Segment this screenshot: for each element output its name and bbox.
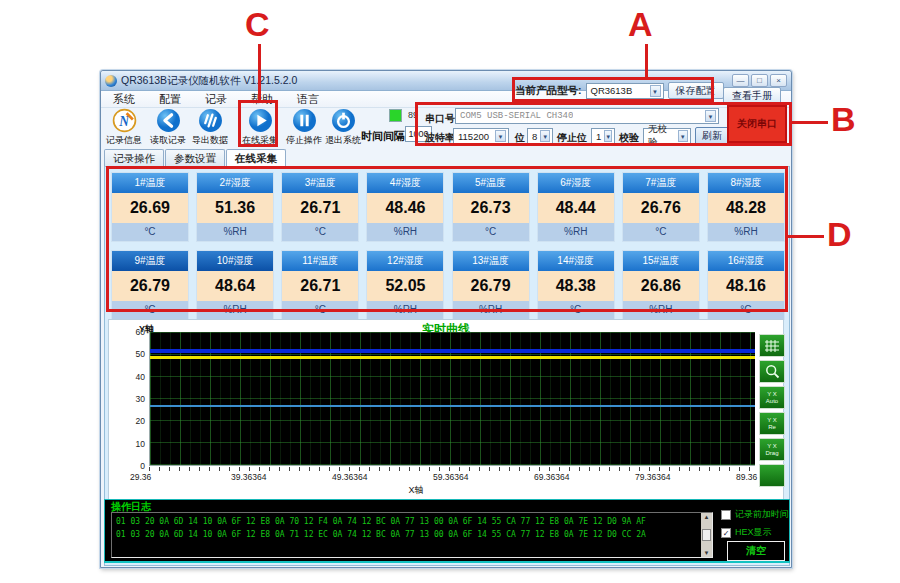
tab-record-ops[interactable]: 记录操作: [104, 149, 164, 166]
window-controls: — □ ×: [732, 74, 787, 87]
chart-toolbar: Y X Auto Y X Re Y X Drag: [759, 334, 785, 490]
app-logo-icon: [105, 75, 117, 87]
timestamp-checkbox[interactable]: [721, 510, 731, 520]
tab-bar: 记录操作 参数设置 在线采集: [104, 149, 287, 166]
minimize-button[interactable]: —: [732, 74, 749, 87]
axis-restore-button[interactable]: Y X Re: [759, 412, 785, 435]
menu-config[interactable]: 配置: [147, 92, 193, 107]
operation-log: 操作日志 01 03 20 0A 6D 14 10 0A 6F 12 E8 0A…: [104, 499, 790, 563]
annotation-line-d: [788, 235, 824, 238]
power-icon: [331, 108, 356, 133]
annotation-line-b: [792, 121, 828, 124]
annotation-line-a: [645, 44, 648, 78]
timestamp-option[interactable]: 记录前加时间: [721, 508, 789, 521]
x-axis-label: X轴: [109, 484, 723, 497]
maximize-button[interactable]: □: [751, 74, 768, 87]
scroll-down-icon[interactable]: ▼: [704, 549, 710, 557]
tab-online-capture[interactable]: 在线采集: [226, 149, 286, 166]
menu-system[interactable]: 系统: [101, 92, 147, 107]
window-title: QR3613B记录仪随机软件 V1.21.5.2.0: [121, 74, 297, 88]
stop-operation-button[interactable]: 停止操作: [283, 108, 325, 149]
magnifier-icon: [765, 364, 780, 379]
hex-display-checkbox[interactable]: ✓: [721, 528, 731, 538]
annotation-letter-a: A: [628, 5, 653, 44]
clear-log-button[interactable]: 清空: [727, 541, 785, 561]
screenshot-canvas: QR3613B记录仪随机软件 V1.21.5.2.0 — □ × 系统 配置 记…: [0, 0, 900, 583]
axis-auto-button[interactable]: Y X Auto: [759, 386, 785, 409]
status-indicator: [389, 109, 402, 122]
blank-tool-button[interactable]: [759, 464, 785, 487]
x-tick-label: 59.36364: [433, 472, 468, 482]
x-tick-label: 29.36: [130, 472, 151, 482]
x-axis-ticks: [149, 467, 755, 471]
temperature-line-cyan: [150, 405, 755, 407]
hex-display-checkbox-label: HEX显示: [735, 526, 772, 539]
tab-parameters[interactable]: 参数设置: [165, 149, 225, 166]
x-tick-label: 69.36364: [534, 472, 569, 482]
menu-record[interactable]: 记录: [193, 92, 239, 107]
timestamp-checkbox-label: 记录前加时间: [735, 508, 789, 521]
y-tick-label: 50: [121, 349, 145, 359]
log-line: 01 03 20 0A 6D 14 10 0A 6F 12 E8 0A 70 1…: [116, 515, 698, 528]
humidity-line-navy: [150, 349, 755, 353]
x-tick-label: 39.36364: [231, 472, 266, 482]
y-tick-label: 20: [121, 416, 145, 426]
x-tick-label: 89.36: [736, 472, 757, 482]
grid-icon: [764, 339, 780, 353]
chart-panel: 实时曲线 Y轴 X轴 Y X Auto Y X Re: [108, 319, 784, 501]
pause-icon: [292, 108, 317, 133]
y-tick-label: 60: [121, 327, 145, 337]
annotation-letter-b: B: [831, 100, 856, 139]
grid-toggle-button[interactable]: [759, 334, 785, 357]
scroll-up-icon[interactable]: ▲: [704, 513, 710, 521]
y-tick-label: 30: [121, 394, 145, 404]
x-tick-label: 49.36364: [332, 472, 367, 482]
humidity-line-yellow: [150, 356, 755, 359]
log-line: 01 03 20 0A 6D 14 10 0A 6F 12 E8 0A 71 1…: [116, 528, 698, 541]
annotation-box-a: [512, 77, 714, 102]
plot-area: [149, 332, 755, 466]
axis-drag-button[interactable]: Y X Drag: [759, 438, 785, 461]
y-tick-label: 40: [121, 372, 145, 382]
read-records-button[interactable]: 读取记录: [147, 108, 189, 149]
annotation-box-c: [238, 100, 278, 147]
scroll-thumb[interactable]: [702, 529, 711, 541]
annotation-letter-c: C: [245, 5, 270, 44]
log-options: 记录前加时间 ✓ HEX显示 清空: [721, 508, 789, 544]
interval-label: 时间间隔: [361, 129, 405, 144]
annotation-box-d: [106, 166, 788, 312]
log-textarea[interactable]: 01 03 20 0A 6D 14 10 0A 6F 12 E8 0A 70 1…: [111, 512, 713, 558]
log-scrollbar[interactable]: ▲ ▼: [701, 513, 712, 557]
export-data-icon: [198, 108, 223, 133]
record-info-button[interactable]: N 记录信息: [103, 108, 145, 149]
zoom-tool-button[interactable]: [759, 360, 785, 383]
close-button[interactable]: ×: [770, 74, 787, 87]
record-info-icon: N: [112, 108, 137, 133]
hex-display-option[interactable]: ✓ HEX显示: [721, 526, 789, 539]
annotation-letter-d: D: [827, 215, 852, 254]
export-data-button[interactable]: 导出数据: [189, 108, 231, 149]
annotation-line-c: [258, 44, 261, 100]
y-tick-label: 10: [121, 439, 145, 449]
exit-system-button[interactable]: 退出系统: [322, 108, 364, 149]
menu-language[interactable]: 语言: [285, 92, 331, 107]
close-serial-button[interactable]: 关闭串口: [727, 105, 787, 143]
read-records-icon: [156, 108, 181, 133]
y-tick-label: 0: [121, 461, 145, 471]
x-tick-label: 79.36364: [635, 472, 670, 482]
